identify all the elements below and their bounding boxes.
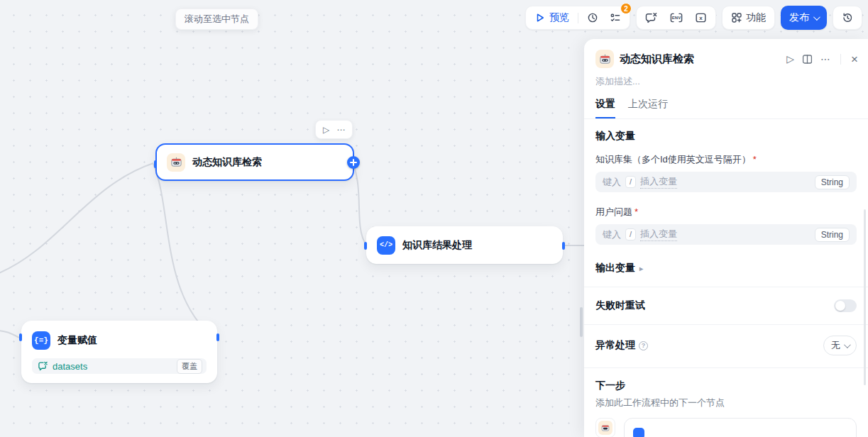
divider — [584, 324, 868, 325]
output-handle[interactable] — [216, 333, 219, 341]
placeholder-insert: 插入变量 — [640, 228, 677, 241]
required-asterisk: * — [634, 206, 638, 217]
tab-settings[interactable]: 设置 — [595, 98, 615, 118]
output-variables-row[interactable]: 输出变量▸ — [595, 262, 857, 275]
restore-clock-icon — [842, 12, 853, 23]
next-node-icon — [633, 428, 644, 437]
features-button[interactable]: 功能 — [726, 9, 771, 27]
slash-keycap: / — [625, 176, 636, 188]
node-config-panel: 动态知识库检索 ▷ ⋯ × 添加描述... 设置 上次运行 输入变量 知识库集（… — [584, 39, 868, 437]
node-code-process[interactable]: </> 知识库结果处理 — [366, 226, 563, 264]
divider — [584, 287, 868, 287]
user-query-input[interactable]: 键入 / 插入变量 String — [595, 224, 857, 245]
env-label: ENV — [672, 16, 681, 20]
x-label: x — [699, 15, 703, 21]
add-next-node-button[interactable] — [347, 156, 360, 169]
publish-button[interactable]: 发布 — [781, 6, 827, 30]
conversation-variables-button[interactable] — [640, 9, 663, 27]
field-label-query: 用户问题* — [595, 206, 857, 218]
error-handling-label: 异常处理 — [595, 339, 635, 350]
placeholder-insert: 插入变量 — [640, 175, 677, 189]
panel-header: 动态知识库检索 ▷ ⋯ × — [584, 39, 868, 68]
variables-group: ENV x — [636, 6, 716, 30]
variable-x-icon: x — [695, 12, 707, 23]
edge-incoming-left — [0, 163, 153, 274]
help-icon[interactable]: ? — [639, 341, 648, 350]
input-variables-header: 输入变量 — [595, 130, 857, 143]
features-grid-icon — [731, 12, 742, 23]
panel-title: 动态知识库检索 — [620, 52, 781, 66]
panel-tabs: 设置 上次运行 — [584, 88, 868, 119]
preview-button[interactable]: 预览 — [529, 9, 574, 27]
environment-variables-button[interactable]: ENV — [664, 9, 688, 27]
retry-label: 失败时重试 — [595, 299, 645, 312]
tab-last-run[interactable]: 上次运行 — [628, 98, 668, 118]
divider — [840, 54, 841, 65]
error-strategy-value: 无 — [831, 339, 840, 352]
output-variables-header: 输出变量 — [595, 262, 635, 273]
datasets-input[interactable]: 键入 / 插入变量 String — [595, 172, 857, 192]
chevron-down-icon — [813, 13, 820, 21]
next-step-description: 添加此工作流程中的下一个节点 — [595, 397, 857, 409]
history-group — [833, 6, 862, 30]
current-node-mini-icon — [595, 418, 615, 437]
node-title: 变量赋值 — [57, 334, 97, 347]
next-node-card[interactable] — [624, 418, 857, 437]
run-node-icon[interactable]: ▷ — [786, 54, 794, 64]
more-menu-icon[interactable]: ⋯ — [820, 54, 830, 64]
input-handle[interactable] — [364, 242, 367, 250]
retry-toggle[interactable] — [834, 299, 857, 312]
chat-variable-icon — [645, 12, 658, 23]
panel-resize-handle[interactable] — [580, 307, 583, 337]
variable-inspect-button[interactable]: x — [690, 9, 712, 27]
required-asterisk: * — [753, 154, 757, 165]
scroll-to-node-tooltip: 滚动至选中节点 — [175, 9, 258, 30]
node-more-icon[interactable]: ⋯ — [334, 123, 347, 136]
features-group: 功能 — [722, 6, 775, 30]
run-history-button[interactable] — [582, 9, 603, 27]
panel-body: 输入变量 知识库集（多个Id使用英文逗号隔开）* 键入 / 插入变量 Strin… — [584, 119, 868, 437]
play-icon — [534, 12, 546, 23]
version-history-button[interactable] — [837, 9, 858, 27]
description-placeholder[interactable]: 添加描述... — [584, 68, 868, 88]
node-variable-assigner[interactable]: {=} 变量赋值 datasets 覆盖 — [21, 321, 217, 383]
slash-keycap: / — [625, 228, 636, 240]
panel-scrollbar-thumb[interactable] — [864, 209, 866, 385]
write-mode-badge: 覆盖 — [177, 359, 202, 374]
checklist-count-badge: 2 — [620, 3, 632, 14]
edge-incoming-assigner — [0, 331, 19, 338]
conversation-variable-icon — [38, 361, 48, 371]
split-view-icon[interactable] — [802, 54, 813, 65]
node-header: {=} 变量赋值 — [32, 331, 207, 350]
input-handle[interactable] — [19, 333, 22, 341]
input-handle[interactable] — [154, 160, 157, 168]
output-handle[interactable] — [562, 242, 565, 250]
clock-icon — [587, 12, 598, 23]
checklist-icon — [610, 12, 621, 23]
edge-retrieval-to-code — [353, 164, 365, 243]
checklist-button[interactable]: 2 — [605, 9, 626, 27]
error-handling-row: 异常处理? 无 — [595, 336, 857, 355]
robot-icon — [595, 50, 614, 68]
divider — [578, 13, 578, 23]
node-hover-toolbar: ▷ ⋯ — [315, 120, 353, 139]
node-title: 动态知识库检索 — [192, 156, 262, 169]
caret-right-icon: ▸ — [639, 265, 643, 272]
type-badge: String — [815, 228, 850, 242]
next-step-header: 下一步 — [595, 380, 857, 392]
divider — [584, 367, 868, 368]
preview-group: 预览 2 — [525, 6, 630, 30]
edge-assigner-to-retrieval — [153, 164, 214, 338]
close-panel-icon[interactable]: × — [851, 53, 858, 65]
node-run-icon[interactable]: ▷ — [321, 123, 331, 136]
placeholder-type: 键入 — [603, 228, 621, 241]
chevron-down-icon — [844, 341, 851, 348]
retry-row: 失败时重试 — [595, 299, 857, 312]
robot-icon — [167, 153, 185, 172]
placeholder-type: 键入 — [603, 176, 621, 189]
node-knowledge-retrieval[interactable]: 动态知识库检索 — [155, 143, 354, 181]
assigned-variable-row[interactable]: datasets 覆盖 — [32, 358, 207, 374]
field-label-datasets: 知识库集（多个Id使用英文逗号隔开）* — [595, 153, 857, 166]
error-strategy-select[interactable]: 无 — [823, 336, 857, 355]
node-title: 知识库结果处理 — [402, 239, 472, 252]
